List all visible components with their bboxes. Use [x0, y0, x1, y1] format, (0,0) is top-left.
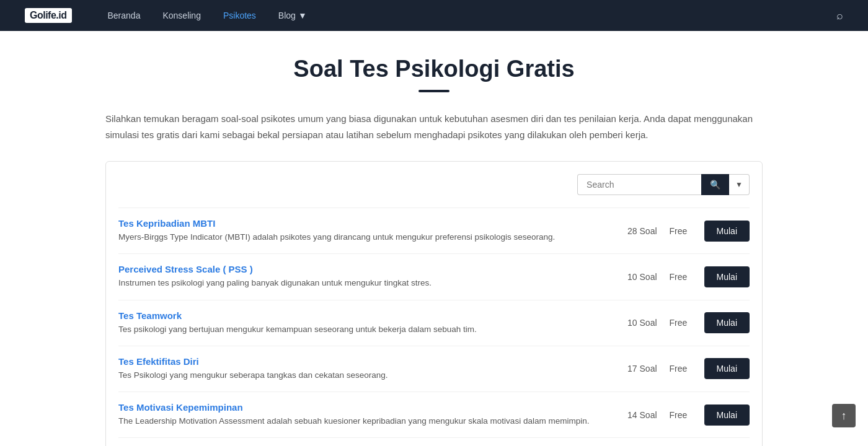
test-info: Tes Efektifitas Diri Tes Psikologi yang … [118, 356, 613, 382]
search-bar: 🔍 ▼ [118, 174, 750, 195]
test-title[interactable]: Tes Motivasi Kepemimpinan [118, 402, 613, 413]
test-title[interactable]: Perceived Stress Scale ( PSS ) [118, 264, 613, 274]
page-title: Soal Tes Psikologi Gratis [105, 56, 763, 82]
test-meta: 14 Soal Free Mulai [613, 404, 750, 426]
test-meta: 10 Soal Free Mulai [613, 312, 750, 333]
search-input[interactable] [577, 174, 701, 195]
test-row: Tes Teamwork Tes psikologi yang bertujua… [118, 300, 750, 346]
search-button[interactable]: 🔍 [701, 174, 729, 195]
test-soal-count: 28 Soal [627, 226, 657, 236]
mulai-button[interactable]: Mulai [704, 358, 750, 379]
main-content: Soal Tes Psikologi Gratis Silahkan temuk… [93, 31, 775, 446]
test-row: Tes Penalaran Logis Tes Psikologi yang m… [118, 437, 750, 446]
test-description: Instrumen tes psikologi yang paling bany… [118, 277, 613, 289]
test-soal-count: 10 Soal [627, 318, 657, 328]
test-row: Tes Efektifitas Diri Tes Psikologi yang … [118, 346, 750, 391]
mulai-button[interactable]: Mulai [704, 266, 750, 287]
test-list-container: 🔍 ▼ Tes Kepribadian MBTI Myers-Birggs Ty… [105, 161, 763, 446]
title-divider [418, 90, 450, 92]
test-meta: 17 Soal Free Mulai [613, 358, 750, 379]
test-description: Tes psikologi yang bertujuan mengukur ke… [118, 323, 613, 336]
navbar: Golife.id Beranda Konseling Psikotes Blo… [0, 0, 868, 31]
test-info: Tes Motivasi Kepemimpinan The Leadership… [118, 402, 613, 427]
test-row: Tes Motivasi Kepemimpinan The Leadership… [118, 391, 750, 437]
search-icon[interactable]: ⌕ [836, 9, 843, 22]
nav-konseling[interactable]: Konseling [151, 0, 212, 31]
nav-psikotes[interactable]: Psikotes [212, 0, 267, 31]
test-meta: 28 Soal Free Mulai [613, 221, 750, 242]
test-title[interactable]: Tes Teamwork [118, 310, 613, 321]
test-info: Tes Kepribadian MBTI Myers-Birggs Type I… [118, 218, 613, 243]
arrow-up-icon: ↑ [841, 409, 847, 422]
test-row: Perceived Stress Scale ( PSS ) Instrumen… [118, 253, 750, 299]
test-free-badge: Free [670, 272, 692, 282]
test-info: Perceived Stress Scale ( PSS ) Instrumen… [118, 264, 613, 289]
test-info: Tes Teamwork Tes psikologi yang bertujua… [118, 310, 613, 336]
site-logo[interactable]: Golife.id [25, 8, 72, 23]
mulai-button[interactable]: Mulai [704, 312, 750, 333]
test-free-badge: Free [670, 318, 692, 328]
test-description: The Leadership Motivation Assessment ada… [118, 415, 613, 427]
nav-menu: Beranda Konseling Psikotes Blog ▼ [97, 0, 837, 31]
page-description: Silahkan temukan beragam soal-soal psiko… [105, 111, 763, 142]
search-filter-dropdown[interactable]: ▼ [729, 174, 750, 195]
test-row: Tes Kepribadian MBTI Myers-Birggs Type I… [118, 208, 750, 253]
test-title[interactable]: Tes Efektifitas Diri [118, 356, 613, 367]
search-icon: 🔍 [710, 180, 720, 190]
nav-beranda[interactable]: Beranda [97, 0, 152, 31]
test-rows: Tes Kepribadian MBTI Myers-Birggs Type I… [118, 208, 750, 446]
test-free-badge: Free [670, 410, 692, 420]
chevron-down-icon: ▼ [735, 180, 743, 189]
nav-blog[interactable]: Blog ▼ [267, 0, 318, 31]
test-meta: 10 Soal Free Mulai [613, 266, 750, 287]
scroll-to-top-button[interactable]: ↑ [832, 404, 856, 427]
mulai-button[interactable]: Mulai [704, 221, 750, 242]
test-free-badge: Free [670, 364, 692, 374]
test-free-badge: Free [670, 226, 692, 236]
test-description: Myers-Birggs Type Indicator (MBTI) adala… [118, 231, 613, 243]
test-title[interactable]: Tes Kepribadian MBTI [118, 218, 613, 229]
chevron-down-icon: ▼ [298, 0, 307, 31]
test-soal-count: 17 Soal [627, 364, 657, 374]
test-soal-count: 10 Soal [627, 272, 657, 282]
mulai-button[interactable]: Mulai [704, 404, 750, 426]
test-soal-count: 14 Soal [627, 410, 657, 420]
test-description: Tes Psikologi yang mengukur seberapa tan… [118, 369, 613, 382]
